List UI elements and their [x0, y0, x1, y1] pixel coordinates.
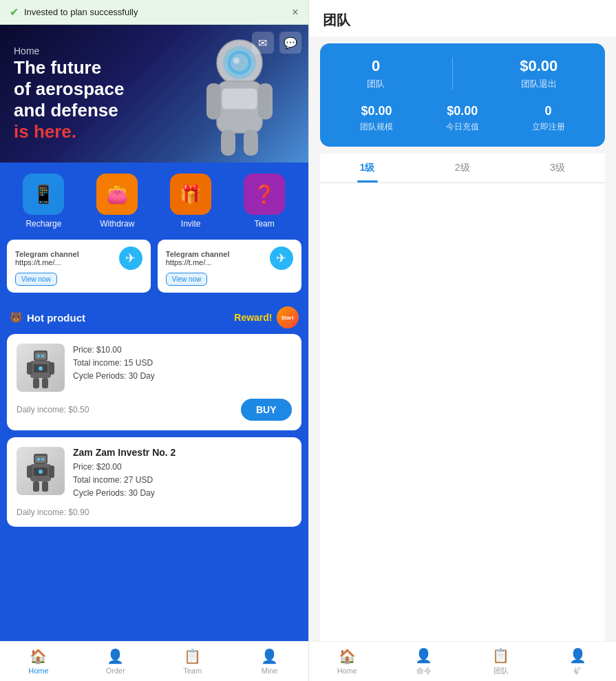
svg-point-20	[39, 366, 43, 370]
page-title: 团队	[323, 11, 603, 30]
view-now-button-2[interactable]: View now	[166, 273, 208, 286]
tab-level3[interactable]: 3级	[510, 154, 605, 182]
hot-product-header: 🐻 Hot product Reward! Start	[0, 301, 308, 334]
stats-bottom-row: $0.00 团队规模 $0.00 今日充值 0 立即注册	[334, 104, 592, 133]
svg-rect-18	[42, 378, 48, 388]
invite-button[interactable]: 🎁 Invite	[170, 174, 211, 229]
right-panel: 团队 0 团队 $0.00 团队退出 $0.00 团队规模 $0.00 今日充值	[309, 0, 617, 681]
telegram-logo-1: ✈	[119, 247, 142, 270]
svg-point-12	[37, 355, 40, 357]
register-label: 立即注册	[532, 121, 565, 133]
right-nav-order[interactable]: 👤 命令	[385, 642, 463, 681]
team-count-value: 0	[367, 57, 385, 75]
recharge-button[interactable]: 📱 Recharge	[23, 174, 64, 229]
stat-register: 0 立即注册	[532, 104, 565, 133]
team-label: Team	[254, 219, 274, 229]
team-count-label: 团队	[367, 78, 385, 90]
product-info-1: Price: $10.00 Total income: 15 USD Cycle…	[73, 344, 292, 384]
today-recharge-label: 今日充值	[446, 121, 479, 133]
svg-rect-11	[35, 353, 46, 359]
nav-order[interactable]: 👤 Order	[77, 642, 154, 681]
daily-income-2: Daily income: $0.90	[17, 507, 89, 517]
right-nav-home[interactable]: 🏠 Home	[309, 642, 386, 681]
order-nav-icon: 👤	[107, 648, 124, 664]
svg-rect-6	[244, 130, 258, 156]
svg-rect-28	[33, 481, 39, 492]
withdraw-label: Withdraw	[100, 219, 134, 229]
hero-title: The future of aerospace and defense is h…	[14, 57, 124, 143]
tab-level2[interactable]: 2级	[415, 154, 510, 182]
svg-rect-5	[221, 130, 235, 156]
hero-icon-buttons: ✉ 💬	[252, 32, 301, 54]
nav-mine[interactable]: 👤 Mine	[231, 642, 308, 681]
telegram-card-2: Telegram channel https://t.me/... ✈ View…	[158, 240, 301, 293]
product-price-2: Price: $20.00	[73, 461, 292, 474]
register-value: 0	[532, 104, 565, 118]
reward-button[interactable]: Reward! Start	[234, 306, 298, 328]
stat-team-size: $0.00 团队规模	[360, 104, 393, 133]
stats-divider-1	[452, 57, 453, 90]
product-income-2: Total income: 27 USD	[73, 474, 292, 487]
svg-rect-4	[258, 83, 273, 120]
stat-team-exit: $0.00 团队退出	[520, 57, 557, 90]
svg-rect-22	[35, 456, 46, 463]
svg-rect-27	[49, 465, 54, 478]
product-image-2	[17, 447, 65, 495]
right-team-icon: 📋	[492, 647, 509, 664]
right-home-label: Home	[337, 667, 357, 675]
hot-product-bear-icon: 🐻	[10, 311, 23, 324]
team-exit-value: $0.00	[520, 57, 557, 75]
quick-actions: 📱 Recharge 👛 Withdraw 🎁 Invite ❓ Team	[0, 163, 308, 240]
telegram-label-2: Telegram channel	[166, 250, 230, 258]
tab-level1[interactable]: 1级	[320, 154, 415, 182]
product-info-2: Zam Zam Investr No. 2 Price: $20.00 Tota…	[73, 447, 292, 501]
hero-banner: Home The future of aerospace and defense…	[0, 25, 308, 163]
message-icon-btn[interactable]: ✉	[252, 32, 274, 54]
hero-highlight: is here.	[14, 121, 76, 142]
team-size-value: $0.00	[360, 104, 393, 118]
home-nav-icon: 🏠	[30, 648, 47, 664]
team-stats-card: 0 团队 $0.00 团队退出 $0.00 团队规模 $0.00 今日充值 0 …	[320, 43, 606, 147]
right-nav-team[interactable]: 📋 团队	[463, 642, 540, 681]
telegram-url-1: https://t.me/...	[15, 258, 79, 266]
svg-rect-17	[33, 378, 39, 388]
left-panel: ✔ Invested to plan successfully × Home T…	[0, 0, 308, 681]
product-price-1: Price: $10.00	[73, 344, 292, 357]
left-bottom-nav: 🏠 Home 👤 Order 📋 Team 👤 Mine	[0, 641, 308, 681]
right-mine-label: 矿	[574, 666, 582, 676]
nav-order-label: Order	[106, 667, 125, 675]
svg-point-24	[41, 458, 44, 461]
nav-mine-label: Mine	[262, 667, 278, 675]
nav-home[interactable]: 🏠 Home	[0, 642, 77, 681]
product-card-1: Price: $10.00 Total income: 15 USD Cycle…	[7, 334, 301, 430]
team-button[interactable]: ❓ Team	[244, 174, 285, 229]
success-notification: ✔ Invested to plan successfully ×	[0, 0, 308, 25]
team-exit-label: 团队退出	[520, 78, 557, 90]
chat-icon-btn[interactable]: 💬	[279, 32, 301, 54]
svg-point-23	[37, 458, 40, 461]
product-income-1: Total income: 15 USD	[73, 357, 292, 370]
nav-team-label: Team	[183, 667, 202, 675]
product-name-2: Zam Zam Investr No. 2	[73, 447, 292, 458]
close-notification-button[interactable]: ×	[292, 6, 298, 19]
svg-rect-15	[27, 362, 32, 375]
hot-product-title: 🐻 Hot product	[10, 311, 85, 324]
start-badge: Start	[277, 306, 299, 328]
invite-icon: 🎁	[170, 174, 211, 215]
product-image-1	[17, 344, 65, 392]
stats-top-row: 0 团队 $0.00 团队退出	[334, 57, 592, 90]
withdraw-button[interactable]: 👛 Withdraw	[96, 174, 138, 229]
right-nav-mine[interactable]: 👤 矿	[539, 642, 616, 681]
svg-rect-26	[27, 465, 32, 478]
mine-nav-icon: 👤	[261, 648, 278, 664]
right-mine-icon: 👤	[569, 647, 586, 664]
svg-rect-29	[42, 481, 48, 492]
view-now-button-1[interactable]: View now	[15, 273, 57, 286]
right-order-label: 命令	[416, 666, 432, 676]
nav-team[interactable]: 📋 Team	[154, 642, 231, 681]
telegram-logo-2: ✈	[270, 247, 293, 270]
telegram-label-1: Telegram channel	[15, 250, 79, 258]
hero-home-label: Home	[14, 45, 39, 56]
buy-button-1[interactable]: BUY	[241, 399, 292, 421]
svg-rect-7	[222, 89, 257, 109]
